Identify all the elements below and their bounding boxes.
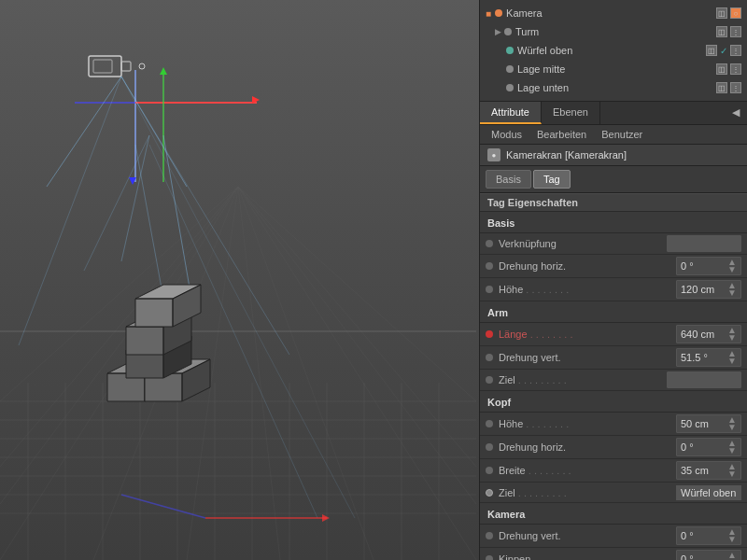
wuerfel-icon1: ◫ — [706, 45, 717, 56]
verknuepfung-label: Verknüpfung — [499, 238, 667, 249]
svg-line-26 — [238, 187, 476, 401]
hoehe-basis-dot — [486, 286, 493, 293]
tab-ebenen[interactable]: Ebenen — [542, 102, 600, 124]
lage-mitte-dot — [506, 65, 514, 73]
turm-icon1: ◫ — [716, 26, 727, 37]
tab-bar-top: Attribute Ebenen ◀ — [480, 102, 747, 125]
menu-benutzer[interactable]: Benutzer — [594, 127, 650, 142]
ziel-kopf-value[interactable]: Würfel oben — [676, 485, 741, 500]
prop-breite: Breite . . . . . . . . 35 cm ▲▼ — [480, 459, 747, 483]
scene-hierarchy: ■ Kamera ◫ ○ ▶ Turm ◫ ⋮ — [480, 0, 747, 102]
drehung-horiz-kopf-value[interactable]: 0 ° ▲▼ — [676, 438, 741, 456]
laenge-label: Länge . . . . . . . . — [499, 329, 676, 340]
prop-drehung-vert-kamera: Drehung vert. 0 ° ▲▼ — [480, 525, 747, 548]
svg-marker-77 — [135, 299, 173, 327]
cube-dot — [506, 47, 514, 54]
tab-attribute[interactable]: Attribute — [480, 102, 542, 124]
scene-item-turm[interactable]: ▶ Turm ◫ ⋮ — [480, 22, 747, 41]
right-panel: ■ Kamera ◫ ○ ▶ Turm ◫ ⋮ — [479, 0, 747, 560]
svg-marker-85 — [322, 514, 330, 522]
kamera-icon1: ◫ — [716, 7, 727, 19]
menu-bearbeiten[interactable]: Bearbeiten — [529, 127, 594, 142]
lage-unten-icon1: ◫ — [716, 82, 727, 93]
subtab-basis[interactable]: Basis — [486, 170, 531, 189]
lage-mitte-label: Lage mitte — [517, 63, 716, 75]
svg-line-43 — [47, 77, 121, 187]
prop-hoehe-kopf: Höhe . . . . . . . . 50 cm ▲▼ — [480, 413, 747, 436]
menu-modus[interactable]: Modus — [484, 127, 529, 142]
svg-marker-42 — [160, 67, 167, 75]
scene-item-wuerfel-oben[interactable]: Würfel oben ◫ ✓ ⋮ — [480, 41, 747, 60]
verknuepfung-value[interactable] — [667, 235, 741, 252]
camera-small-icon: ■ — [486, 8, 491, 19]
svg-marker-71 — [126, 327, 163, 355]
prop-kippen: Kippen . . . . . . . 0 ° ▲▼ — [480, 548, 747, 560]
drehung-vert-kamera-label: Drehung vert. — [499, 530, 676, 541]
hoehe-kopf-spinner[interactable]: ▲▼ — [727, 416, 737, 431]
lage-mitte-icon2: ⋮ — [730, 63, 741, 75]
wuerfel-oben-label: Würfel oben — [517, 45, 706, 56]
breite-dot — [486, 467, 493, 474]
laenge-value[interactable]: 640 cm ▲▼ — [676, 325, 741, 343]
hoehe-basis-value[interactable]: 120 cm ▲▼ — [676, 280, 741, 299]
lage-unten-status: ◫ ⋮ — [716, 82, 741, 93]
lage-unten-dot — [506, 84, 514, 91]
drehung-vert-kamera-spinner[interactable]: ▲▼ — [727, 528, 737, 543]
prop-hoehe-basis: Höhe . . . . . . . . 120 cm ▲▼ — [480, 278, 747, 301]
drehung-vert-kamera-dot — [486, 532, 493, 539]
laenge-dot — [486, 330, 493, 338]
drehung-horiz-spinner[interactable]: ▲▼ — [727, 259, 737, 273]
kopf-section-header: Kopf — [480, 393, 747, 413]
laenge-spinner[interactable]: ▲▼ — [727, 327, 737, 342]
turm-label: Turm — [515, 26, 716, 37]
svg-line-25 — [238, 187, 476, 467]
wuerfel-icon2: ⋮ — [730, 45, 741, 56]
turm-status: ◫ ⋮ — [716, 26, 741, 37]
drehung-horiz-kopf-spinner[interactable]: ▲▼ — [727, 440, 737, 455]
scene-item-lage-mitte[interactable]: Lage mitte ◫ ⋮ — [480, 60, 747, 78]
breite-label: Breite . . . . . . . . — [499, 465, 676, 476]
scene-item-lage-unten[interactable]: Lage unten ◫ ⋮ — [480, 78, 747, 97]
turm-dot — [504, 28, 512, 35]
prop-drehung-vert-arm: Drehung vert. 51.5 ° ▲▼ — [480, 346, 747, 370]
drehung-horiz-kopf-label: Drehung horiz. — [499, 441, 676, 453]
breite-spinner[interactable]: ▲▼ — [727, 463, 737, 478]
properties-panel: Tag Eigenschaften Basis Verknüpfung Dreh… — [480, 193, 747, 560]
drehung-vert-arm-spinner[interactable]: ▲▼ — [727, 350, 737, 365]
prop-drehung-horiz: Drehung horiz. 0 ° ▲▼ — [480, 255, 747, 278]
tab-arrow[interactable]: ◀ — [725, 102, 747, 124]
verknuepfung-dot — [486, 240, 493, 247]
ziel-arm-value[interactable] — [667, 371, 741, 388]
lage-mitte-icon1: ◫ — [716, 63, 727, 75]
kippen-value[interactable]: 0 ° ▲▼ — [676, 550, 741, 560]
tag-eigenschaften-title: Tag Eigenschaften — [480, 193, 747, 212]
kamera-status: ◫ ○ — [716, 7, 741, 19]
hoehe-basis-label: Höhe . . . . . . . . — [499, 284, 676, 295]
turm-expand: ▶ — [495, 27, 501, 36]
drehung-vert-arm-value[interactable]: 51.5 ° ▲▼ — [676, 348, 741, 367]
kippen-spinner[interactable]: ▲▼ — [727, 552, 737, 560]
prop-drehung-horiz-kopf: Drehung horiz. 0 ° ▲▼ — [480, 436, 747, 459]
scene-item-kamera[interactable]: ■ Kamera ◫ ○ — [480, 4, 747, 22]
breite-value[interactable]: 35 cm ▲▼ — [676, 461, 741, 480]
hoehe-kopf-value[interactable]: 50 cm ▲▼ — [676, 414, 741, 433]
svg-line-84 — [121, 495, 205, 518]
drehung-horiz-label: Drehung horiz. — [499, 260, 676, 272]
drehung-vert-kamera-value[interactable]: 0 ° ▲▼ — [676, 526, 741, 545]
hoehe-basis-spinner[interactable]: ▲▼ — [727, 282, 737, 297]
basis-section-header: Basis — [480, 214, 747, 233]
app-window: ■ Kamera ◫ ○ ▶ Turm ◫ ⋮ — [0, 0, 747, 560]
kamera-label: Kamera — [506, 7, 716, 19]
prop-verknuepfung: Verknüpfung — [480, 233, 747, 255]
svg-rect-38 — [93, 60, 112, 73]
ziel-kopf-dot — [486, 489, 493, 497]
prop-laenge: Länge . . . . . . . . 640 cm ▲▼ — [480, 323, 747, 346]
object-type-icon: ● — [487, 148, 500, 161]
subtab-tag[interactable]: Tag — [533, 170, 571, 189]
viewport-canvas — [0, 0, 479, 560]
drehung-horiz-value[interactable]: 0 ° ▲▼ — [676, 257, 741, 275]
kippen-label: Kippen . . . . . . . — [499, 553, 676, 560]
lage-mitte-status: ◫ ⋮ — [716, 63, 741, 75]
menu-bar: Modus Bearbeiten Benutzer — [480, 125, 747, 145]
viewport-3d[interactable] — [0, 0, 479, 560]
